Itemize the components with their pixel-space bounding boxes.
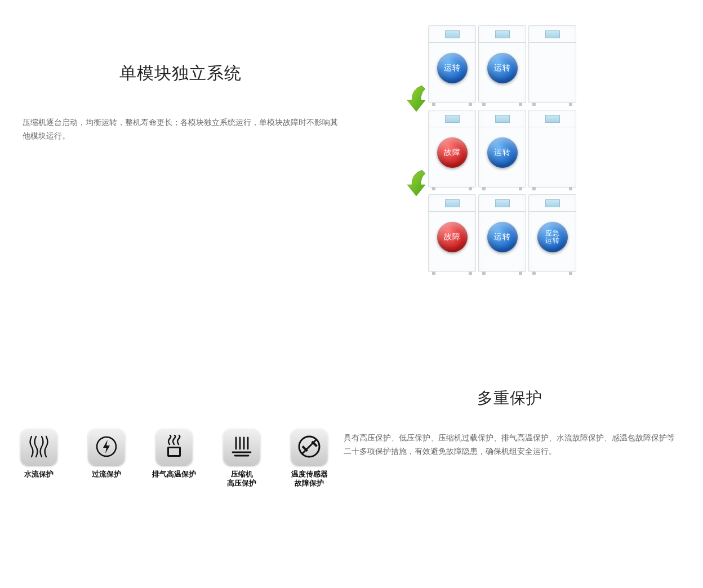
status-badge: 运转 — [487, 53, 518, 83]
section2-title: 多重保护 — [344, 387, 676, 409]
section1-text: 单模块独立系统 压缩机逐台启动，均衡运转，整机寿命更长；各模块独立系统运行，单模… — [23, 62, 338, 143]
overcurrent-icon — [88, 428, 125, 465]
unit: 运转 — [478, 194, 526, 272]
section1-description: 压缩机逐台启动，均衡运转，整机寿命更长；各模块独立系统运行，单模块故障时不影响其… — [23, 116, 338, 143]
unit: 应急运转 — [528, 194, 576, 272]
svg-rect-2 — [169, 448, 179, 455]
unit-panel — [495, 30, 510, 38]
module-row: 运转运转 — [428, 25, 577, 103]
unit: 故障 — [428, 194, 476, 272]
unit: 运转 — [478, 25, 526, 103]
unit-panel — [495, 115, 510, 123]
status-badge: 故障 — [437, 222, 468, 252]
sensor-icon — [291, 428, 328, 465]
module-row: 故障运转 — [428, 110, 577, 188]
protection-item: 过流保护 — [86, 428, 127, 488]
protection-item: 压缩机高压保护 — [221, 428, 262, 488]
protection-item: 排气高温保护 — [153, 428, 195, 488]
section1-title: 单模块独立系统 — [23, 62, 338, 85]
compressor-icon — [223, 428, 260, 465]
icon-label: 排气高温保护 — [152, 470, 196, 479]
unit-panel — [445, 115, 460, 123]
unit — [528, 110, 576, 188]
module-row: 故障运转应急运转 — [428, 194, 577, 272]
status-badge: 故障 — [437, 137, 468, 168]
unit-panel — [545, 30, 560, 38]
unit: 运转 — [428, 25, 476, 103]
unit-panel — [545, 115, 560, 123]
section2-text: 多重保护 具有高压保护、低压保护、压缩机过载保护、排气高温保护、水流故障保护、感… — [344, 387, 676, 458]
protection-icons: 水流保护过流保护排气高温保护压缩机高压保护温度传感器故障保护 — [18, 428, 330, 488]
module-grid: 运转运转故障运转故障运转应急运转 — [428, 25, 577, 279]
section2-description: 具有高压保护、低压保护、压缩机过载保护、排气高温保护、水流故障保护、感温包故障保… — [344, 431, 676, 458]
unit: 故障 — [428, 110, 476, 188]
unit-panel — [445, 199, 460, 207]
unit-panel — [545, 199, 560, 207]
unit-panel — [445, 30, 460, 38]
protection-item: 温度传感器故障保护 — [288, 428, 330, 488]
status-badge: 应急运转 — [537, 222, 568, 252]
icon-label: 过流保护 — [92, 470, 121, 479]
status-badge: 运转 — [437, 53, 468, 83]
icon-label: 压缩机高压保护 — [227, 470, 256, 488]
unit-panel — [495, 199, 510, 207]
unit: 运转 — [478, 110, 526, 188]
exhaust-icon — [155, 428, 193, 465]
down-arrow-icon — [406, 169, 429, 197]
icon-label: 温度传感器故障保护 — [291, 470, 328, 488]
down-arrow-icon — [406, 84, 429, 113]
unit — [528, 25, 576, 103]
status-badge: 运转 — [487, 222, 518, 252]
flow-icon — [20, 428, 57, 465]
icon-label: 水流保护 — [24, 470, 54, 479]
protection-item: 水流保护 — [18, 428, 60, 488]
status-badge: 运转 — [487, 137, 518, 168]
